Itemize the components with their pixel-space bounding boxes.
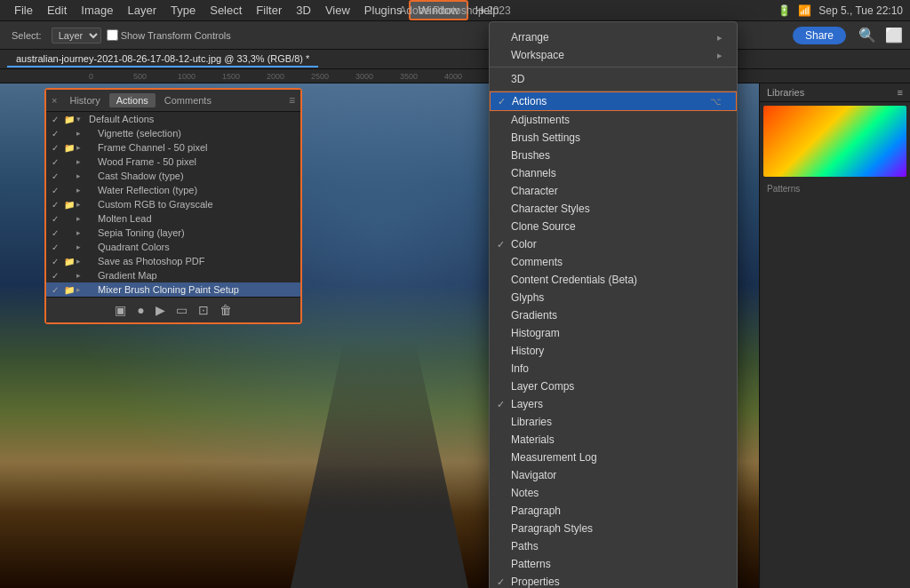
menu-file[interactable]: File <box>7 2 40 19</box>
action-save-pdf[interactable]: ✓ 📁 ▸ Save as Photoshop PDF <box>46 254 300 268</box>
ruler-3500: 3500 <box>400 72 444 81</box>
tab-actions[interactable]: Actions <box>109 93 156 107</box>
expand-icon[interactable]: ▸ <box>76 257 87 266</box>
panel-menu-button[interactable]: ≡ <box>289 94 295 107</box>
menu-item-paths[interactable]: Paths <box>490 537 737 555</box>
menu-item-actions[interactable]: ✓ Actions ⌥ <box>490 91 737 111</box>
menu-item-character-styles[interactable]: Character Styles <box>490 200 737 218</box>
menu-item-navigator[interactable]: Navigator <box>490 466 737 484</box>
menu-edit[interactable]: Edit <box>40 2 74 19</box>
menu-item-clone-source[interactable]: Clone Source <box>490 218 737 235</box>
battery-icon: 🔋 <box>778 4 791 17</box>
menu-item-patterns[interactable]: Patterns <box>490 555 737 573</box>
ruler-500: 500 <box>133 72 178 81</box>
action-default-actions[interactable]: ✓ 📁 ▾ Default Actions <box>46 112 300 126</box>
action-water-reflection[interactable]: ✓ ▸ Water Reflection (type) <box>46 183 300 197</box>
action-cast-shadow[interactable]: ✓ ▸ Cast Shadow (type) <box>46 169 300 183</box>
action-gradient-map[interactable]: ✓ ▸ Gradient Map <box>46 268 300 282</box>
share-button[interactable]: Share <box>793 27 846 44</box>
menu-item-workspace[interactable]: Workspace ▸ <box>490 46 737 64</box>
menu-item-3d[interactable]: 3D <box>490 70 737 88</box>
menu-item-layer-comps[interactable]: Layer Comps <box>490 377 737 395</box>
menu-item-notes[interactable]: Notes <box>490 484 737 502</box>
menu-image[interactable]: Image <box>74 2 120 19</box>
menu-item-comments[interactable]: Comments <box>490 253 737 271</box>
action-label: Water Reflection (type) <box>98 185 295 195</box>
action-label: Cast Shadow (type) <box>98 171 295 181</box>
menu-item-arrange[interactable]: Arrange ▸ <box>490 28 737 46</box>
screen-mode-icon[interactable]: ⬜ <box>885 27 903 44</box>
action-set-button[interactable]: ▭ <box>176 303 188 317</box>
action-sepia-toning[interactable]: ✓ ▸ Sepia Toning (layer) <box>46 226 300 240</box>
menu-type[interactable]: Type <box>164 2 203 19</box>
menu-item-glyphs[interactable]: Glyphs <box>490 289 737 306</box>
show-transform-checkbox[interactable] <box>107 29 118 41</box>
menu-item-history[interactable]: History <box>490 342 737 360</box>
menu-item-histogram[interactable]: Histogram <box>490 324 737 342</box>
expand-icon[interactable]: ▸ <box>76 129 87 138</box>
menu-3d[interactable]: 3D <box>289 2 318 19</box>
action-wood-frame[interactable]: ✓ ▸ Wood Frame - 50 pixel <box>46 155 300 169</box>
expand-icon[interactable]: ▸ <box>76 242 87 251</box>
ruler-4000: 4000 <box>444 72 489 81</box>
stop-button[interactable]: ▣ <box>115 303 126 317</box>
menu-item-paragraph-styles[interactable]: Paragraph Styles <box>490 520 737 537</box>
tab-history[interactable]: History <box>62 93 107 107</box>
clone-source-label: Clone Source <box>511 220 576 233</box>
menu-view[interactable]: View <box>318 2 357 19</box>
delete-button[interactable]: 🗑 <box>220 303 232 317</box>
play-button[interactable]: ▶ <box>156 303 165 317</box>
check-icon: ✓ <box>52 171 64 181</box>
action-vignette[interactable]: ✓ ▸ Vignette (selection) <box>46 126 300 140</box>
menu-item-adjustments[interactable]: Adjustments <box>490 111 737 129</box>
new-action-button[interactable]: ⊡ <box>198 303 209 317</box>
menu-item-info[interactable]: Info <box>490 360 737 377</box>
content-credentials-label: Content Credentials (Beta) <box>511 274 637 286</box>
panel-close-button[interactable]: × <box>52 95 57 106</box>
menu-item-character[interactable]: Character <box>490 182 737 200</box>
menu-item-channels[interactable]: Channels <box>490 164 737 182</box>
check-icon: ✓ <box>52 143 64 153</box>
expand-icon[interactable]: ▸ <box>76 200 87 209</box>
menu-item-brushes[interactable]: Brushes <box>490 147 737 164</box>
action-molten-lead[interactable]: ✓ ▸ Molten Lead <box>46 211 300 226</box>
menu-layer[interactable]: Layer <box>121 2 164 19</box>
menu-filter[interactable]: Filter <box>249 2 289 19</box>
action-quadrant-colors[interactable]: ✓ ▸ Quadrant Colors <box>46 240 300 254</box>
action-custom-rgb[interactable]: ✓ 📁 ▸ Custom RGB to Grayscale <box>46 197 300 211</box>
libraries-menu-icon[interactable]: ≡ <box>898 87 903 98</box>
menu-item-gradients[interactable]: Gradients <box>490 306 737 324</box>
menu-item-paragraph[interactable]: Paragraph <box>490 502 737 520</box>
expand-icon[interactable]: ▸ <box>76 271 87 280</box>
expand-icon[interactable]: ▸ <box>76 228 87 237</box>
action-label: Vignette (selection) <box>98 128 295 139</box>
menu-item-brush-settings[interactable]: Brush Settings <box>490 129 737 147</box>
menu-item-libraries[interactable]: Libraries <box>490 413 737 431</box>
layer-select[interactable]: Layer <box>52 28 101 44</box>
expand-icon[interactable]: ▸ <box>76 143 87 152</box>
menu-item-color[interactable]: ✓ Color <box>490 235 737 253</box>
expand-icon[interactable]: ▸ <box>76 285 87 294</box>
record-button[interactable]: ● <box>137 303 144 317</box>
tab-comments[interactable]: Comments <box>157 93 219 107</box>
menu-item-measurement-log[interactable]: Measurement Log <box>490 449 737 466</box>
menu-item-properties[interactable]: ✓ Properties <box>490 573 737 588</box>
menu-item-materials[interactable]: Materials <box>490 431 737 449</box>
search-icon[interactable]: 🔍 <box>858 27 876 44</box>
menu-item-content-credentials[interactable]: Content Credentials (Beta) <box>490 271 737 289</box>
action-frame-channel[interactable]: ✓ 📁 ▸ Frame Channel - 50 pixel <box>46 140 300 155</box>
ruler-3000: 3000 <box>355 72 400 81</box>
expand-icon[interactable]: ▸ <box>76 214 87 223</box>
panel-header[interactable]: × History Actions Comments ≡ <box>46 90 300 112</box>
folder-icon: 📁 <box>64 143 76 153</box>
menu-select[interactable]: Select <box>203 2 249 19</box>
expand-icon[interactable]: ▾ <box>76 115 87 123</box>
document-tab[interactable]: australian-journey-2021-08-26-17-08-12-u… <box>7 52 318 68</box>
expand-icon[interactable]: ▸ <box>76 157 87 166</box>
action-label: Custom RGB to Grayscale <box>98 199 295 210</box>
expand-icon[interactable]: ▸ <box>76 171 87 180</box>
action-mixer-brush[interactable]: ✓ 📁 ▸ Mixer Brush Cloning Paint Setup <box>46 282 300 297</box>
menu-item-layers[interactable]: ✓ Layers <box>490 395 737 413</box>
expand-icon[interactable]: ▸ <box>76 186 87 195</box>
properties-label: Properties <box>511 576 560 588</box>
